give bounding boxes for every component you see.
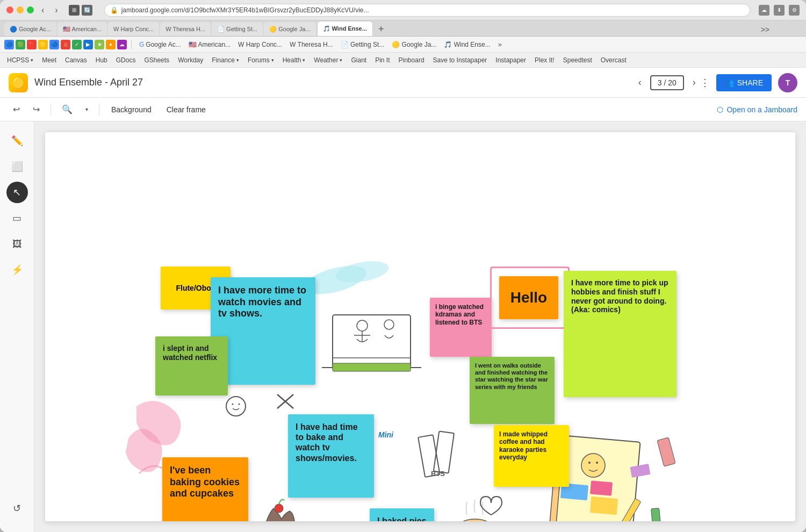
sticky-pies[interactable]: I baked pies with my sister <box>370 508 434 521</box>
bm-icon-10: ♦ <box>106 40 116 49</box>
maximize-button[interactable] <box>27 6 34 13</box>
sticky-note-tool[interactable]: ▭ <box>6 207 28 229</box>
bm-icon-7: ✓ <box>72 40 82 49</box>
tab-google-ja[interactable]: 🟡 Google Ja... <box>264 22 315 36</box>
canvas-board: Mini BTS <box>45 132 795 521</box>
bm-icon-2: 🟢 <box>16 40 25 49</box>
bm-google-ja[interactable]: 🟡 Google Ja... <box>388 40 440 49</box>
clear-frame-button[interactable]: Clear frame <box>161 103 211 116</box>
minimize-button[interactable] <box>17 6 24 13</box>
user-avatar[interactable]: T <box>778 73 797 92</box>
tab-american[interactable]: 🇺🇸 American... <box>57 22 107 36</box>
bm-icon-4: 🟡 <box>38 40 48 49</box>
pen-tool[interactable]: ✏️ <box>6 130 28 152</box>
nav-workday[interactable]: Workday <box>175 55 206 65</box>
sticky-walks[interactable]: I went on walks outside and finished wat… <box>470 357 555 424</box>
bm-wind[interactable]: 🎵 Wind Ense... <box>441 40 493 49</box>
image-tool[interactable]: 🖼 <box>6 233 28 255</box>
zoom-dropdown-button[interactable]: ▾ <box>81 104 92 114</box>
traffic-lights <box>6 6 34 13</box>
shapes-tool[interactable]: ⚡ <box>6 259 28 281</box>
sticky-hello[interactable]: Hello <box>499 276 558 319</box>
tab-harp[interactable]: W Harp Conc... <box>108 22 159 36</box>
undo-button[interactable]: ↩ <box>9 102 24 117</box>
svg-rect-10 <box>333 363 411 371</box>
settings-icon[interactable]: ⚙ <box>789 5 800 16</box>
svg-rect-7 <box>333 315 411 368</box>
tab-theresa[interactable]: W Theresa H... <box>160 22 211 36</box>
sticky-slept[interactable]: i slept in and watched netflix <box>155 336 228 396</box>
share-label: SHARE <box>737 78 763 87</box>
sticky-bake[interactable]: I have had time to bake and watch tv sho… <box>288 414 374 498</box>
back-button[interactable]: ‹ <box>38 4 47 16</box>
sticky-whipped[interactable]: I made whipped coffee and had karaoke pa… <box>494 425 569 487</box>
sticky-hobbies[interactable]: I have more time to pick up hobbies and … <box>564 271 677 397</box>
nav-overcast[interactable]: Overcast <box>598 55 629 65</box>
browser-window: ‹ › ⊞ 🔄 🔒 jamboard.google.com/d/1O9bcfwX… <box>0 0 806 532</box>
next-frame-button[interactable]: › <box>688 75 700 90</box>
tab-wind-ensemble[interactable]: 🎵 Wind Ense... <box>317 21 373 36</box>
more-tabs-button[interactable]: >> <box>757 25 774 34</box>
bm-getting[interactable]: 📄 Getting St... <box>337 40 388 49</box>
svg-rect-18 <box>434 431 454 473</box>
nav-health[interactable]: Health ▾ <box>280 55 308 65</box>
frame-navigation: ‹ 3 / 20 › <box>634 75 700 90</box>
nav-canvas[interactable]: Canvas <box>62 55 90 65</box>
nav-gsheets[interactable]: GSheets <box>141 55 172 65</box>
nav-finance[interactable]: Finance ▾ <box>209 55 242 65</box>
bm-icon-6: ♫ <box>61 40 70 49</box>
nav-pinit[interactable]: Pin It <box>372 55 392 65</box>
canvas-area[interactable]: Mini BTS <box>34 121 806 532</box>
svg-point-27 <box>580 452 606 478</box>
svg-rect-35 <box>657 437 675 466</box>
canvas-drawings: Mini BTS <box>45 132 795 521</box>
app-logo: 🟡 <box>9 73 28 92</box>
nav-hub[interactable]: Hub <box>93 55 110 65</box>
new-tab-button[interactable]: + <box>374 24 388 35</box>
background-button[interactable]: Background <box>106 103 157 116</box>
nav-gdocs[interactable]: GDocs <box>113 55 139 65</box>
tab-getting[interactable]: 📄 Getting St... <box>212 22 263 36</box>
bm-theresa[interactable]: W Theresa H... <box>286 40 336 49</box>
tab-icon-2: 🔄 <box>82 5 92 16</box>
refresh-icon-container: ↺ <box>6 498 28 523</box>
prev-frame-button[interactable]: ‹ <box>634 75 646 90</box>
close-button[interactable] <box>6 6 13 13</box>
nav-hcpss[interactable]: HCPSS ▾ <box>4 55 36 65</box>
bm-icon-1: 🔵 <box>4 40 14 49</box>
share-button[interactable]: 👥 SHARE <box>716 74 772 91</box>
bm-icon-11: ☁ <box>117 40 127 49</box>
url-bar[interactable]: 🔒 jamboard.google.com/d/1O9bcfwXMr3Y5ER4… <box>104 4 750 17</box>
svg-point-11 <box>357 320 368 331</box>
svg-point-29 <box>596 462 598 464</box>
nav-forums[interactable]: Forums ▾ <box>245 55 277 65</box>
nav-pinboard[interactable]: Pinboard <box>396 55 427 65</box>
bm-american[interactable]: 🇺🇸 American... <box>185 40 234 49</box>
redo-button[interactable]: ↪ <box>28 102 44 117</box>
frame-counter: 3 / 20 <box>650 75 684 90</box>
title-bar-right: ☁ ⬇ ⚙ <box>759 5 800 16</box>
download-icon: ⬇ <box>774 5 785 16</box>
tab-google-ac[interactable]: 🔵 Google Ac... <box>4 22 56 36</box>
more-bookmarks[interactable]: » <box>498 40 502 48</box>
select-tool[interactable]: ↖ <box>6 182 28 203</box>
toolbar: ↩ ↪ 🔍 ▾ Background Clear frame ⬡ Open on… <box>0 98 806 121</box>
forward-button[interactable]: › <box>52 4 61 16</box>
nav-instapaper[interactable]: Instapaper <box>493 55 529 65</box>
zoom-button[interactable]: 🔍 <box>57 102 77 117</box>
sticky-binge[interactable]: i binge watched kdramas and listened to … <box>430 298 492 357</box>
nav-meet[interactable]: Meet <box>39 55 59 65</box>
more-options-button[interactable]: ⋮ <box>700 77 710 89</box>
open-jamboard-button[interactable]: ⬡ Open on a Jamboard <box>717 105 797 114</box>
nav-plex[interactable]: Plex It! <box>532 55 557 65</box>
nav-giant[interactable]: Giant <box>348 55 369 65</box>
sticky-cookies[interactable]: I've been baking cookies and cupcakes <box>162 457 248 521</box>
nav-weather[interactable]: Weather ▾ <box>311 55 345 65</box>
svg-point-2 <box>226 397 246 416</box>
bm-google-ac[interactable]: G Google Ac... <box>136 40 184 49</box>
nav-save-instapaper[interactable]: Save to Instapaper <box>430 55 490 65</box>
bm-harp[interactable]: W Harp Conc... <box>235 40 285 49</box>
eraser-tool[interactable]: ⬜ <box>6 156 28 177</box>
refresh-button[interactable]: ↺ <box>6 498 28 519</box>
nav-speedtest[interactable]: Speedtest <box>560 55 595 65</box>
